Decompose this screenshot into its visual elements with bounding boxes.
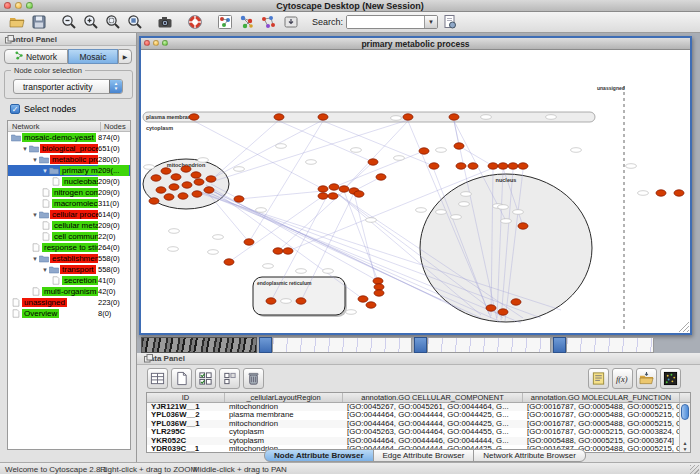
search-options-icon[interactable] bbox=[441, 13, 459, 31]
attribute-browser-tabs: Node Attribute BrowserEdge Attribute Bro… bbox=[265, 449, 586, 462]
tab-overflow-arrow[interactable]: ▶ bbox=[118, 49, 132, 64]
tree-row[interactable]: secretion41(0) bbox=[8, 275, 130, 286]
node-color-dropdown[interactable]: transporter activity ▲▼ bbox=[13, 79, 123, 94]
search-dropdown-arrow[interactable]: ▼ bbox=[424, 16, 437, 28]
expander-icon[interactable]: ▼ bbox=[41, 168, 49, 174]
tree-row[interactable]: ▼biological_process651(0) bbox=[8, 143, 130, 154]
open-icon[interactable] bbox=[8, 13, 26, 31]
new-attribute-icon[interactable] bbox=[171, 368, 192, 389]
tree-row[interactable]: ▼establishment of lo558(0) bbox=[8, 253, 130, 264]
search-combobox[interactable]: ▼ bbox=[346, 15, 438, 29]
zoom-fit-icon[interactable] bbox=[126, 13, 144, 31]
background-window-fragments[interactable] bbox=[141, 337, 697, 353]
document-icon bbox=[11, 298, 22, 307]
import-attributes-icon[interactable] bbox=[636, 368, 657, 389]
column-header[interactable]: annotation.GO MOLECULAR_FUNCTION bbox=[523, 393, 680, 402]
expander-icon[interactable]: ▼ bbox=[31, 256, 39, 262]
tab-network-attribute-browser[interactable]: Network Attribute Browser bbox=[473, 449, 585, 462]
toolbar-group bbox=[156, 13, 174, 31]
snapshot-icon[interactable] bbox=[156, 13, 174, 31]
table-row[interactable]: YPL036W__2plasma membrane[GO:0044464, GO… bbox=[147, 411, 690, 419]
network-view-a-icon[interactable] bbox=[238, 13, 256, 31]
tree-row[interactable]: ▼metabolic process280(0) bbox=[8, 154, 130, 165]
tree-row[interactable]: multi-organism pro42(0) bbox=[8, 286, 130, 297]
tree-column-network: Network bbox=[12, 122, 40, 131]
tree-row[interactable]: cellular metabol209(0) bbox=[8, 220, 130, 231]
tab-mosaic[interactable]: Mosaic bbox=[68, 49, 118, 64]
tree-row-node-count: 311(0) bbox=[98, 198, 129, 209]
attribute-table-icon[interactable] bbox=[147, 368, 168, 389]
table-row[interactable]: YLR295Ccytoplasm[GO:0045263, GO:0044464,… bbox=[147, 428, 690, 436]
zoom-selected-icon[interactable] bbox=[104, 13, 122, 31]
delete-attribute-icon[interactable] bbox=[243, 368, 264, 389]
tree-row[interactable]: macromolecule311(0) bbox=[8, 198, 130, 209]
table-row[interactable]: YPL036W__1mitochondrion[GO:0044464, GO:0… bbox=[147, 420, 690, 428]
data-panel: Data Panel f(x) ID_cellularLayoutRegiona… bbox=[137, 353, 700, 462]
annotation-icon[interactable] bbox=[588, 368, 609, 389]
tree-row-node-count: 209(... bbox=[98, 165, 129, 176]
tree-row[interactable]: cell communicat22(0) bbox=[8, 231, 130, 242]
attribute-matrix-icon[interactable] bbox=[660, 368, 681, 389]
column-header[interactable]: annotation.GO CELLULAR_COMPONENT bbox=[343, 393, 523, 402]
table-row[interactable]: YJR121W__1mitochondrion[GO:0045267, GO:0… bbox=[147, 403, 690, 411]
attribute-table-header[interactable]: ID_cellularLayoutRegionannotation.GO CEL… bbox=[147, 393, 690, 403]
tab-edge-attribute-browser[interactable]: Edge Attribute Browser bbox=[373, 449, 475, 462]
select-attributes-icon[interactable] bbox=[195, 368, 216, 389]
help-icon[interactable] bbox=[186, 13, 204, 31]
zoom-out-icon[interactable] bbox=[60, 13, 78, 31]
tab-node-attribute-browser[interactable]: Node Attribute Browser bbox=[264, 449, 374, 462]
background-window-4-titlebar[interactable] bbox=[553, 337, 566, 353]
tree-header[interactable]: Network Nodes bbox=[8, 121, 130, 132]
tree-row[interactable]: ▼primary metabo209(... bbox=[8, 165, 130, 176]
tree-row[interactable]: unassigned223(0) bbox=[8, 297, 130, 308]
select-nodes-checkbox[interactable]: ✓ bbox=[10, 104, 20, 114]
search-input[interactable] bbox=[347, 16, 424, 28]
scrollbar-arrows[interactable]: ▲▼ bbox=[680, 440, 690, 452]
network-canvas[interactable]: plasma membranecytoplasmmitochondrionnuc… bbox=[141, 50, 690, 333]
background-window-2-titlebar[interactable] bbox=[259, 337, 272, 353]
tree-row[interactable]: mosaic-demo-yeast874(0) bbox=[8, 132, 130, 143]
window-titlebar[interactable]: Cytoscape Desktop (New Session) bbox=[0, 0, 700, 12]
plugin-manager-icon[interactable] bbox=[282, 13, 300, 31]
float-panel-icon[interactable] bbox=[5, 35, 14, 44]
table-scrollbar[interactable]: ▲▼ bbox=[679, 403, 690, 452]
tree-row[interactable]: nucleobase-209(0) bbox=[8, 176, 130, 187]
network-frame[interactable]: primary metabolic process plasma membran… bbox=[139, 36, 692, 335]
formula-builder-icon[interactable]: f(x) bbox=[612, 368, 633, 389]
background-window-3[interactable] bbox=[427, 337, 551, 353]
tree-row[interactable]: response to stimulu264(0) bbox=[8, 242, 130, 253]
svg-text:plasma membrane: plasma membrane bbox=[146, 114, 194, 120]
resize-grip[interactable] bbox=[690, 465, 699, 474]
expander-icon[interactable]: ▼ bbox=[31, 157, 39, 163]
tree-row-label: unassigned bbox=[22, 298, 67, 307]
tab-network[interactable]: Network bbox=[4, 49, 68, 64]
search-label: Search: bbox=[312, 17, 343, 27]
node-color-selection-group: Node color selection transporter activit… bbox=[4, 70, 133, 99]
expander-icon[interactable]: ▼ bbox=[31, 212, 39, 218]
column-header[interactable]: ID bbox=[147, 393, 225, 402]
network-frame-titlebar[interactable]: primary metabolic process bbox=[141, 38, 690, 50]
expander-icon[interactable]: ▼ bbox=[21, 146, 29, 152]
network-view-b-icon[interactable] bbox=[260, 13, 278, 31]
table-row[interactable]: YKR052Ccytoplasm[GO:0044464, GO:0044446,… bbox=[147, 437, 690, 445]
tree-row[interactable]: nitrogen compo209(0) bbox=[8, 187, 130, 198]
background-window-3-titlebar[interactable] bbox=[414, 337, 427, 353]
tab-label: Network bbox=[26, 52, 57, 62]
expander-icon[interactable]: ▼ bbox=[41, 267, 49, 273]
save-icon[interactable] bbox=[30, 13, 48, 31]
table-cell: [GO:0016787, GO:0005488, GO:0005215, G..… bbox=[523, 411, 680, 419]
column-header[interactable]: _cellularLayoutRegion bbox=[225, 393, 343, 402]
scrollbar-thumb[interactable] bbox=[681, 404, 689, 420]
background-window-2[interactable] bbox=[272, 337, 412, 353]
background-window-4[interactable] bbox=[566, 337, 654, 353]
background-window-1[interactable] bbox=[141, 337, 257, 353]
tree-row[interactable]: ▼transport558(0) bbox=[8, 264, 130, 275]
tree-row[interactable]: Overview8(0) bbox=[8, 308, 130, 319]
tree-row[interactable]: ▼cellular process614(0) bbox=[8, 209, 130, 220]
unselect-attributes-icon[interactable] bbox=[219, 368, 240, 389]
float-panel-icon[interactable] bbox=[144, 354, 153, 363]
control-panel-header: Control Panel bbox=[0, 33, 136, 46]
tree-row-label: establishment of lo bbox=[50, 254, 99, 263]
zoom-in-icon[interactable] bbox=[82, 13, 100, 31]
vizmapper-icon[interactable] bbox=[216, 13, 234, 31]
